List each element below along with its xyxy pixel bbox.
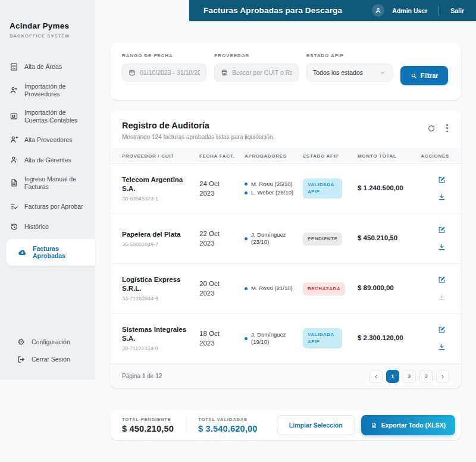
download-button[interactable] <box>438 193 446 201</box>
page-button-2[interactable]: 2 <box>403 370 416 383</box>
brand-title: Acindar Pymes <box>10 21 86 30</box>
next-page-button[interactable]: › <box>436 370 449 383</box>
sidebar-item-facturas-por-aprobar[interactable]: Facturas por Aprobar <box>0 199 95 215</box>
prev-page-button[interactable]: ‹ <box>369 370 383 383</box>
chevron-down-icon <box>379 69 386 76</box>
refresh-icon <box>427 124 436 133</box>
edit-button[interactable] <box>438 276 446 284</box>
edit-button[interactable] <box>438 176 446 184</box>
document-icon <box>10 178 18 187</box>
table-row: Telecom Argentina S.A. 30-63945373-1 24 … <box>110 164 461 214</box>
date-range-input[interactable]: 01/10/2023 - 31/10/2023 <box>122 64 206 81</box>
provider-name: Papelera del Plata <box>122 230 199 239</box>
bullet-dot-icon <box>245 237 248 240</box>
column-header: PROVEEDOR / CUIT <box>122 153 199 159</box>
person-badge-icon <box>10 155 18 164</box>
sidebar-item-cerrar-sesion[interactable]: Cerrar Sesión <box>17 355 89 364</box>
sidebar-item-label: Importación de Proveedores <box>24 83 89 98</box>
page-title: Facturas Aprobadas para Descarga <box>203 6 342 15</box>
sidebar-item-alta-de-areas[interactable]: Alta de Áreas <box>0 59 95 75</box>
sidebar-item-facturas-aprobadas[interactable]: Facturas Aprobadas <box>6 239 95 266</box>
sidebar-item-importacion-cuentas[interactable]: Importación de Cuentas Contables <box>0 105 95 127</box>
topbar: Facturas Aprobadas para Descarga Admin U… <box>189 0 476 21</box>
download-icon <box>438 193 446 201</box>
approver-item: L. Weber (26/10) <box>245 189 303 196</box>
search-icon <box>411 73 417 79</box>
person-plus-icon <box>10 135 18 144</box>
logout-button[interactable]: Salir <box>450 7 464 14</box>
refresh-button[interactable] <box>427 124 436 133</box>
sidebar-item-configuracion[interactable]: ⚙ Configuración <box>17 338 89 347</box>
sidebar-item-label: Alta de Gerentes <box>24 156 71 164</box>
approver-item: J. Domínguez (19/10) <box>245 331 303 346</box>
pager: ‹ 1 2 3 › <box>369 370 449 383</box>
provider-name: Logística Express S.R.L. <box>122 275 199 293</box>
bullet-dot-icon <box>245 287 248 290</box>
sidebar-item-label: Facturas por Aprobar <box>24 203 83 210</box>
page-summary: Página 1 de 12 <box>122 373 162 379</box>
edit-icon <box>438 176 446 184</box>
edit-button[interactable] <box>438 226 446 234</box>
card-icon <box>10 112 18 121</box>
provider-search-input[interactable] <box>232 69 292 76</box>
audit-header: Registro de Auditoría Mostrando 124 fact… <box>110 110 461 149</box>
user-avatar-icon[interactable] <box>372 4 384 17</box>
provider-label: PROVEEDOR <box>214 53 299 58</box>
approver-item: M. Rossi (21/10) <box>245 285 303 292</box>
download-button-disabled <box>438 293 446 301</box>
table-header-row: PROVEEDOR / CUIT FECHA FACT. APROBADORES… <box>110 149 461 164</box>
provider-name: Sistemas Integrales S.A. <box>122 325 199 343</box>
history-icon <box>10 222 18 231</box>
user-name: Admin User <box>392 7 427 14</box>
amount-total: $ 450.210,50 <box>358 233 408 243</box>
totals-divider <box>186 417 186 433</box>
invoice-date: 20 Oct 2023 <box>199 279 230 298</box>
column-header: ESTADO AFIP <box>303 153 358 159</box>
download-icon <box>438 243 446 251</box>
filter-button[interactable]: Filtrar <box>400 66 448 85</box>
bullet-dot-icon <box>245 191 248 194</box>
estado-afip-select[interactable]: Todos los estados <box>306 64 393 81</box>
export-button-label: Exportar Todo (XLSX) <box>381 422 446 429</box>
topbar-right: Admin User Salir <box>372 4 464 17</box>
amount-total: $ 1.240.500,00 <box>358 183 408 193</box>
brand: Acindar Pymes BACKOFFICE SYSTEM <box>0 0 95 39</box>
total-validadas-label: TOTAL VALIDADAS <box>198 417 258 422</box>
more-options-button[interactable] <box>445 123 449 133</box>
status-badge: VALIDADA AFIP <box>303 328 342 348</box>
date-range-value: 01/10/2023 - 31/10/2023 <box>140 69 200 76</box>
export-button[interactable]: Exportar Todo (XLSX) <box>361 415 455 435</box>
clear-selection-button[interactable]: Limpiar Selección <box>277 415 355 435</box>
provider-cuit: 30-63945373-1 <box>122 196 199 202</box>
approver-item: M. Rossi (25/10) <box>245 181 303 188</box>
total-validadas-value: $ 3.540.620,00 <box>198 424 258 433</box>
sidebar-item-alta-proveedores[interactable]: Alta Proveedores <box>0 131 95 147</box>
edit-button[interactable] <box>438 326 446 334</box>
sidebar-item-historico[interactable]: Histórico <box>0 219 95 235</box>
invoice-date: 22 Oct 2023 <box>199 229 230 248</box>
provider-cuit: 33-71283944-9 <box>122 296 199 301</box>
edit-icon <box>438 326 446 334</box>
amount-total: $ 89.000,00 <box>358 283 408 293</box>
total-pendiente-block: TOTAL PENDIENTE $ 450.210,50 <box>122 417 174 433</box>
page-button-3[interactable]: 3 <box>419 370 433 383</box>
date-range-label: RANGO DE FECHA <box>122 53 206 58</box>
sidebar-item-ingreso-manual[interactable]: Ingreso Manual de Facturas <box>0 172 95 194</box>
download-button[interactable] <box>438 243 446 251</box>
download-button[interactable] <box>438 343 446 351</box>
sidebar-item-alta-gerentes[interactable]: Alta de Gerentes <box>0 152 95 168</box>
provider-cuit: 30-50001049-7 <box>122 241 199 247</box>
edit-icon <box>438 276 446 284</box>
file-export-icon <box>371 422 377 429</box>
page-button-1[interactable]: 1 <box>386 370 399 383</box>
sidebar-item-importacion-proveedores[interactable]: Importación de Proveedores <box>0 79 95 101</box>
sidebar-item-label: Facturas Aprobadas <box>33 245 89 260</box>
bullet-dot-icon <box>245 183 248 186</box>
audit-title: Registro de Auditoría <box>122 121 274 130</box>
chevron-right-icon: › <box>441 372 444 381</box>
provider-field: PROVEEDOR <box>214 53 299 90</box>
column-header: MONTO TOTAL <box>358 153 408 159</box>
sidebar-item-label: Histórico <box>24 223 49 231</box>
checklist-icon <box>10 202 18 211</box>
sidebar-footer: ⚙ Configuración Cerrar Sesión <box>0 338 95 379</box>
